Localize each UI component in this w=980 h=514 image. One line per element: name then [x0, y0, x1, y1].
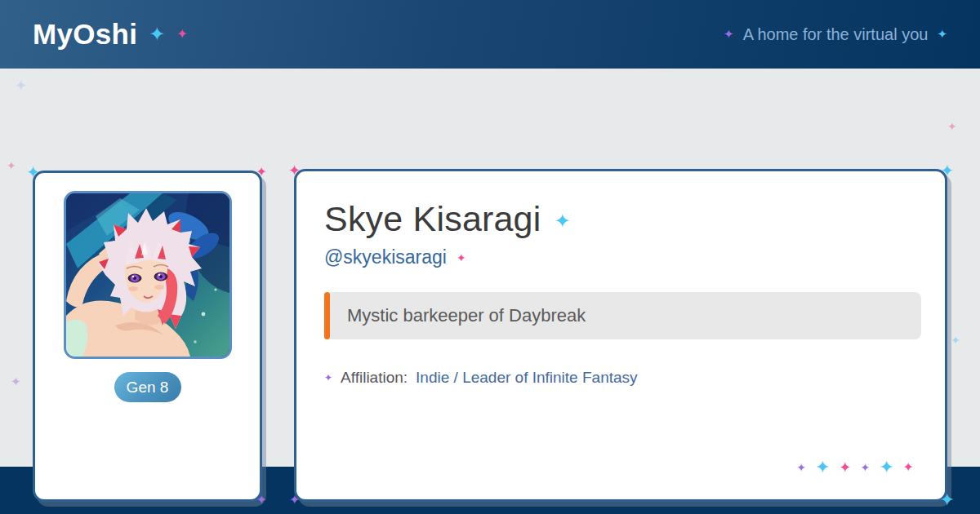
avatar-card: ✦ ✦ ✦	[33, 171, 262, 502]
profile-name: Skye Kisaragi	[324, 199, 541, 239]
sparkle-icon: ✦	[324, 373, 332, 383]
sparkle-icon: ✦	[149, 24, 165, 44]
profile-quote-box: Mystic barkeeper of Daybreak	[324, 292, 921, 339]
sparkle-icon: ✦	[555, 211, 571, 231]
site-header: MyOshi ✦ ✦ ✦ A home for the virtual you …	[0, 0, 980, 69]
sparkle-icon: ✦	[26, 164, 40, 180]
sparkle-icon: ✦	[457, 252, 466, 264]
profile-card: ✦ ✦ ✦ ✦ Skye Kisaragi ✦ @skyekisaragi ✦ …	[294, 169, 947, 502]
site-tagline: A home for the virtual you	[743, 25, 929, 44]
sparkle-icon: ✦	[860, 462, 870, 473]
main-area: ✦ ✦ ✦ ✦ ✦ ✦ ✦ ✦	[0, 69, 980, 467]
handle-row: @skyekisaragi ✦	[324, 246, 915, 268]
avatar	[64, 191, 232, 359]
sparkle-icon: ✦	[940, 491, 955, 509]
anime-avatar-illustration	[66, 193, 229, 357]
sparkle-icon: ✦	[937, 29, 947, 41]
sparkle-icon: ✦	[903, 461, 914, 474]
sparkle-icon: ✦	[256, 166, 267, 179]
generation-badge: Gen 8	[114, 372, 181, 402]
sparkle-icon: ✦	[839, 460, 851, 475]
sparkle-icon: ✦	[724, 29, 734, 41]
sparkle-icon: ✦	[288, 163, 301, 178]
sparkle-icon: ✦	[879, 459, 893, 476]
sparkle-icon: ✦	[7, 160, 16, 171]
sparkle-icon: ✦	[940, 162, 954, 179]
affiliation-value: Indie / Leader of Infinite Fantasy	[416, 369, 637, 387]
sparkle-icon: ✦	[815, 459, 830, 476]
sparkle-icon: ✦	[256, 494, 267, 507]
sparkle-icon: ✦	[947, 121, 957, 132]
sparkle-icon: ✦	[176, 28, 187, 41]
sparkle-icon: ✦	[796, 462, 806, 473]
profile-handle[interactable]: @skyekisaragi	[324, 246, 447, 268]
decorative-sparkle-row: ✦ ✦ ✦ ✦ ✦ ✦	[796, 459, 914, 476]
profile-quote-text: Mystic barkeeper of Daybreak	[347, 305, 586, 326]
quote-accent-bar	[324, 292, 330, 339]
sparkle-icon: ✦	[951, 335, 960, 346]
tagline-group: ✦ A home for the virtual you ✦	[724, 25, 947, 44]
sparkle-icon: ✦	[11, 376, 21, 388]
affiliation-label: Affiliation:	[341, 369, 408, 387]
sparkle-icon: ✦	[289, 494, 300, 507]
generation-badge-label: Gen 8	[127, 379, 169, 397]
affiliation-row: ✦ Affiliation: Indie / Leader of Infinit…	[324, 369, 915, 387]
site-logo: MyOshi	[33, 18, 137, 51]
name-row: Skye Kisaragi ✦	[324, 199, 915, 239]
logo-group: MyOshi ✦ ✦	[33, 18, 188, 51]
sparkle-icon: ✦	[15, 78, 27, 93]
